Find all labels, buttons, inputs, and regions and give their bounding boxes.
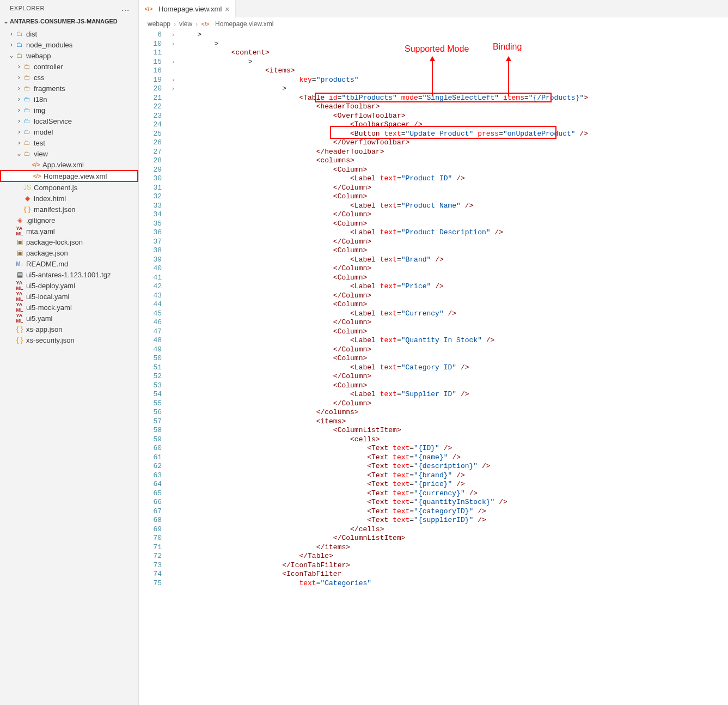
tree-item[interactable]: ›🗀i18n	[0, 94, 138, 105]
tree-item[interactable]: ▣package.json	[0, 247, 138, 258]
code-line[interactable]: text="Categories"	[180, 579, 728, 588]
chevron-right-icon: ›	[195, 20, 198, 28]
tree-item[interactable]: ›🗀node_modules	[0, 39, 138, 50]
tree-item[interactable]: YAMLmta.yaml	[0, 226, 138, 236]
breadcrumb-segment[interactable]: Homepage.view.xml	[215, 20, 273, 28]
code-line[interactable]: </Column>	[180, 184, 728, 193]
line-gutter: 6101115161920212223242526272829303132333…	[139, 31, 169, 705]
code-line[interactable]: </cells>	[180, 525, 728, 534]
tree-item[interactable]: ›🗀img	[0, 105, 138, 116]
tree-item[interactable]: YAMLui5-local.yaml	[0, 291, 138, 302]
code-line[interactable]: </Table>	[180, 552, 728, 561]
code-line[interactable]: <Column>	[180, 381, 728, 391]
code-line[interactable]: <Column>	[180, 300, 728, 309]
code-line[interactable]: <Button text="Update Product" press="onU…	[180, 130, 728, 139]
code-line[interactable]: <Column>	[180, 274, 728, 283]
code-line[interactable]: <Label text="Category ID" />	[180, 363, 728, 373]
tree-item[interactable]: M↓README.md	[0, 258, 138, 269]
code-line[interactable]: </Column>	[180, 238, 728, 247]
code-line[interactable]: <Text text="{brand}" />	[180, 471, 728, 481]
code-line[interactable]: </items>	[180, 543, 728, 552]
more-icon[interactable]: …	[121, 3, 131, 13]
tree-item[interactable]: YAMLui5-deploy.yaml	[0, 280, 138, 291]
code-line[interactable]: <Text text="{supplierID}" />	[180, 516, 728, 525]
tree-item[interactable]: ›🗀localService	[0, 116, 138, 126]
code-line[interactable]: <Label text="Brand" />	[180, 256, 728, 265]
code-line[interactable]: <Column>	[180, 166, 728, 175]
code-line[interactable]: <headerToolbar>	[180, 102, 728, 112]
code-line[interactable]: </Column>	[180, 264, 728, 274]
code-line[interactable]: <columns>	[180, 156, 728, 166]
tree-item[interactable]: { }xs-app.json	[0, 324, 138, 335]
code-line[interactable]: >	[180, 84, 728, 94]
code-line[interactable]: key="products"	[180, 76, 728, 85]
tree-item[interactable]: ›🗀test	[0, 137, 138, 148]
code-line[interactable]: </OverflowToolbar>	[180, 138, 728, 148]
tree-item[interactable]: ◈.gitignore	[0, 215, 138, 226]
code-content[interactable]: > > <content> > <items> key="products" >…	[177, 31, 728, 705]
code-line[interactable]: <Text text="{price}" />	[180, 480, 728, 489]
code-line[interactable]: <items>	[180, 66, 728, 76]
project-root[interactable]: ⌄ ANTARES-CONSUMER-JS-MANAGED	[0, 15, 138, 27]
code-line[interactable]: </Column>	[180, 399, 728, 409]
code-line[interactable]: <Label text="Supplier ID" />	[180, 390, 728, 399]
close-icon[interactable]: ×	[225, 5, 229, 14]
code-line[interactable]: <ColumnListItem>	[180, 426, 728, 435]
tree-item[interactable]: ⌄🗀webapp	[0, 50, 138, 61]
code-line[interactable]: </Column>	[180, 345, 728, 355]
tree-item[interactable]: ›🗀model	[0, 126, 138, 137]
code-line[interactable]: <Column>	[180, 192, 728, 202]
breadcrumb-segment[interactable]: webapp	[148, 20, 170, 28]
code-line[interactable]: <Text text="{description}" />	[180, 462, 728, 471]
code-line[interactable]: </Column>	[180, 210, 728, 220]
code-line[interactable]: <Label text="Currency" />	[180, 309, 728, 319]
code-line[interactable]: </Column>	[180, 318, 728, 327]
tree-item[interactable]: YAMLui5-mock.yaml	[0, 302, 138, 313]
code-line[interactable]: <Column>	[180, 220, 728, 229]
code-line[interactable]: </headerToolbar>	[180, 148, 728, 157]
tree-item[interactable]: ›🗀dist	[0, 28, 138, 39]
tree-item[interactable]: JSComponent.js	[0, 182, 138, 193]
code-line[interactable]: <Table id="tblProducts" mode="SingleSele…	[180, 94, 728, 103]
code-line[interactable]: <OverflowToolbar>	[180, 112, 728, 121]
code-line[interactable]: </Column>	[180, 291, 728, 301]
code-line[interactable]: <Column>	[180, 246, 728, 256]
code-line[interactable]: <Label text="Product Name" />	[180, 202, 728, 211]
tree-item[interactable]: ⌄🗀view	[0, 148, 138, 159]
tree-item[interactable]: ›🗀controller	[0, 61, 138, 72]
tree-item[interactable]: YAMLui5.yaml	[0, 313, 138, 324]
tree-item[interactable]: ◆index.html	[0, 193, 138, 204]
breadcrumb-segment[interactable]: view	[179, 20, 192, 28]
code-line[interactable]: <Text text="{name}" />	[180, 453, 728, 463]
code-line[interactable]: <Text text="{ID}" />	[180, 444, 728, 453]
code-line[interactable]: <IconTabFilter	[180, 570, 728, 579]
code-line[interactable]: <Label text="Price" />	[180, 282, 728, 291]
code-line[interactable]: >	[180, 31, 728, 40]
code-line[interactable]: <Text text="{currency}" />	[180, 489, 728, 499]
tree-item[interactable]: ›🗀fragments	[0, 83, 138, 94]
code-line[interactable]: </IconTabFilter>	[180, 561, 728, 570]
code-line[interactable]: </Column>	[180, 372, 728, 381]
code-line[interactable]: <items>	[180, 417, 728, 427]
tree-item[interactable]: ▣package-lock.json	[0, 236, 138, 247]
code-line[interactable]: >	[180, 58, 728, 67]
tree-item[interactable]: ▤ui5-antares-1.123.1001.tgz	[0, 269, 138, 280]
code-line[interactable]: </columns>	[180, 408, 728, 417]
code-line[interactable]: <Label text="Quantity In Stock" />	[180, 336, 728, 345]
tree-item[interactable]: { }manifest.json	[0, 204, 138, 215]
code-line[interactable]: </ColumnListItem>	[180, 534, 728, 543]
code-line[interactable]: <Text text="{quantityInStock}" />	[180, 498, 728, 507]
tree-item[interactable]: { }xs-security.json	[0, 335, 138, 345]
code-line[interactable]: <Column>	[180, 354, 728, 363]
tab-homepage[interactable]: </> Homepage.view.xml ×	[139, 0, 236, 17]
tree-item[interactable]: </>Homepage.view.xml	[0, 170, 138, 182]
code-line[interactable]: <Text text="{categoryID}" />	[180, 507, 728, 516]
tree-item[interactable]: ›🗀css	[0, 72, 138, 83]
code-line[interactable]: <Column>	[180, 327, 728, 337]
code-line[interactable]: <Label text="Product ID" />	[180, 174, 728, 184]
code-line[interactable]: <Label text="Product Description" />	[180, 228, 728, 238]
code-editor[interactable]: 6101115161920212223242526272829303132333…	[139, 31, 728, 705]
code-line[interactable]: <cells>	[180, 435, 728, 445]
code-line[interactable]: <ToolbarSpacer />	[180, 120, 728, 130]
tree-item[interactable]: </>App.view.xml	[0, 159, 138, 170]
